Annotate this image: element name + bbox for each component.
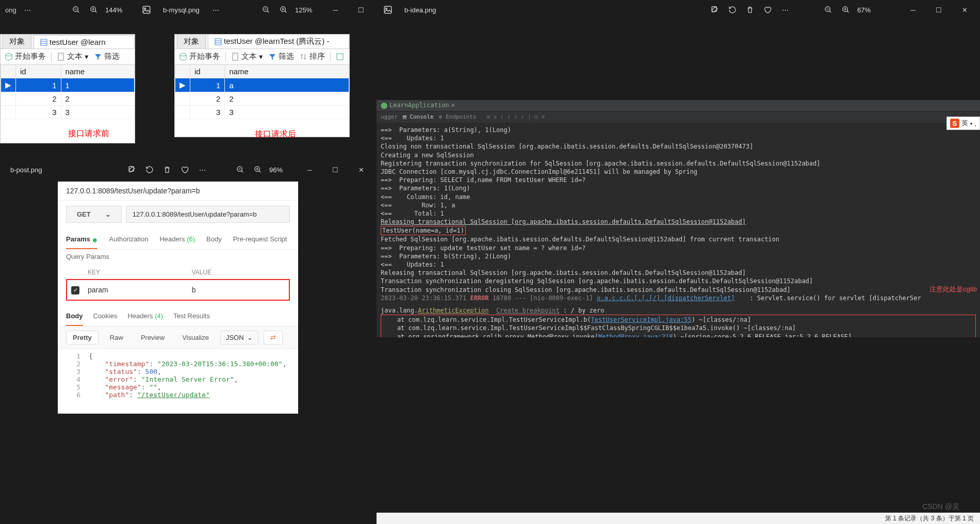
filter-button[interactable]: 筛选 bbox=[94, 52, 120, 61]
svg-point-8 bbox=[144, 8, 146, 9]
tab-headers[interactable]: Headers (6) bbox=[159, 232, 195, 249]
table-row[interactable]: 22 bbox=[175, 92, 349, 106]
data-grid[interactable]: idname ▶11 22 33 bbox=[1, 64, 135, 119]
more-icon[interactable]: ⋯ bbox=[210, 4, 222, 16]
tab-params[interactable]: Params ● bbox=[66, 232, 97, 249]
heart-icon[interactable] bbox=[761, 4, 774, 16]
tab-prerequest[interactable]: Pre-request Script bbox=[233, 232, 287, 249]
view-raw[interactable]: Raw bbox=[104, 331, 129, 344]
sort-button[interactable]: 排序 bbox=[299, 52, 325, 61]
resp-cookies-tab[interactable]: Cookies bbox=[93, 309, 118, 326]
resp-body-tab[interactable]: Body bbox=[66, 309, 83, 326]
zoom-out-icon[interactable] bbox=[70, 4, 83, 16]
zoom-out-icon[interactable] bbox=[822, 4, 835, 16]
resp-headers-tab[interactable]: Headers (4) bbox=[127, 309, 163, 326]
zoom-out-icon[interactable] bbox=[234, 163, 247, 176]
rotate-icon[interactable] bbox=[726, 4, 739, 16]
tab-body[interactable]: Body bbox=[206, 232, 222, 249]
format-selector[interactable]: JSON ⌄ bbox=[220, 331, 258, 345]
edit-icon[interactable] bbox=[709, 4, 721, 16]
maximize-button[interactable]: ☐ bbox=[351, 2, 371, 18]
tab-object[interactable]: 对象 bbox=[177, 34, 206, 48]
json-response[interactable]: 1{ 2 "timestamp": "2023-03-20T15:36:15.3… bbox=[58, 349, 298, 402]
run-config-tab[interactable]: ⬤ LearnApplication × bbox=[381, 101, 455, 109]
image-icon bbox=[140, 4, 153, 16]
method-selector[interactable]: GET⌄ bbox=[66, 206, 122, 223]
zoom-in-icon[interactable] bbox=[252, 163, 264, 176]
maximize-button[interactable]: ☐ bbox=[325, 162, 346, 177]
trash-icon[interactable] bbox=[161, 163, 173, 176]
text-button[interactable]: 文本 ▾ bbox=[231, 52, 263, 61]
param-key[interactable]: param bbox=[84, 280, 188, 300]
table-row[interactable]: ▶11 bbox=[1, 78, 135, 92]
svg-rect-16 bbox=[384, 6, 391, 13]
file-icon bbox=[231, 53, 239, 61]
svg-point-17 bbox=[386, 8, 387, 9]
table-row[interactable]: 33 bbox=[1, 106, 135, 119]
resp-tests-tab[interactable]: Test Results bbox=[173, 309, 210, 326]
filename: b-post.png bbox=[10, 166, 42, 174]
col-name[interactable]: name bbox=[61, 65, 134, 78]
close-button[interactable]: ✕ bbox=[954, 2, 975, 18]
zoom-value: 96% bbox=[269, 166, 294, 174]
zoom-in-icon[interactable] bbox=[277, 4, 290, 16]
record-status: 第 1 条记录（共 3 条）于第 1 页 bbox=[885, 514, 974, 523]
table-row[interactable]: 22 bbox=[1, 92, 135, 106]
image-icon bbox=[382, 4, 394, 16]
tab-table[interactable]: testUser @learnTest (腾讯云) - bbox=[208, 34, 349, 48]
zoom-value: 144% bbox=[105, 6, 130, 14]
checkbox-icon[interactable]: ✓ bbox=[71, 286, 79, 294]
heart-icon[interactable] bbox=[178, 163, 191, 176]
svg-line-10 bbox=[267, 11, 269, 12]
file-icon bbox=[57, 53, 65, 61]
more-icon[interactable]: ⋯ bbox=[196, 163, 208, 176]
import-button[interactable] bbox=[336, 53, 344, 61]
annotation-after: 接口请求后 bbox=[255, 129, 296, 140]
param-value[interactable]: b bbox=[188, 280, 289, 300]
console-output[interactable]: ==> Parameters: a(String), 1(Long)<== Up… bbox=[377, 123, 980, 337]
sogou-icon: S bbox=[950, 119, 959, 128]
edit-icon[interactable] bbox=[126, 163, 138, 176]
table-row[interactable]: ▶1a bbox=[175, 78, 349, 92]
tab-object[interactable]: 对象 bbox=[3, 34, 31, 48]
status-bar: 第 1 条记录（共 3 条）于第 1 页 bbox=[377, 513, 980, 524]
begin-transaction-button[interactable]: 开始事务 bbox=[5, 52, 46, 61]
tab-table[interactable]: testUser @learn bbox=[34, 35, 135, 48]
minimize-button[interactable]: ─ bbox=[325, 2, 346, 18]
view-visualize[interactable]: Visualize bbox=[176, 331, 215, 344]
close-button[interactable]: ✕ bbox=[351, 162, 371, 177]
maximize-button[interactable]: ☐ bbox=[928, 2, 949, 18]
data-grid[interactable]: idname ▶1a 22 33 bbox=[175, 64, 349, 119]
view-preview[interactable]: Preview bbox=[135, 331, 171, 344]
view-pretty[interactable]: Pretty bbox=[66, 331, 99, 345]
col-id[interactable]: id bbox=[16, 65, 61, 78]
navicat-before: 对象 testUser @learn 开始事务 文本 ▾ 筛选 idname ▶… bbox=[0, 34, 135, 143]
tab-authorization[interactable]: Authorization bbox=[109, 232, 148, 249]
request-tab[interactable]: 127.0.0.1:8089/testUser/update?param=b bbox=[58, 182, 298, 201]
text-button[interactable]: 文本 ▾ bbox=[57, 52, 89, 61]
col-name[interactable]: name bbox=[225, 65, 349, 78]
filename: b-mysql.png bbox=[163, 6, 200, 14]
svg-rect-31 bbox=[215, 39, 221, 45]
more-icon[interactable]: ⋯ bbox=[22, 4, 34, 16]
url-input[interactable]: 127.0.0.1:8089/testUser/update?param=b bbox=[126, 206, 290, 223]
col-id[interactable]: id bbox=[190, 65, 225, 78]
svg-point-34 bbox=[180, 53, 186, 56]
zoom-in-icon[interactable] bbox=[88, 4, 100, 16]
trash-icon[interactable] bbox=[744, 4, 756, 16]
console-tab[interactable]: ▤ Console bbox=[403, 113, 434, 121]
debugger-tab[interactable]: ugger bbox=[381, 113, 398, 121]
endpoints-tab[interactable]: ⊕ Endpoints bbox=[439, 113, 477, 121]
param-row[interactable]: ✓ param b bbox=[67, 280, 289, 300]
filter-button[interactable]: 筛选 bbox=[268, 52, 294, 61]
minimize-button[interactable]: ─ bbox=[299, 162, 320, 177]
ime-indicator[interactable]: S 英 ▪, bbox=[946, 117, 980, 130]
minimize-button[interactable]: ─ bbox=[903, 2, 923, 18]
wrap-button[interactable]: ⇄ bbox=[264, 331, 283, 345]
more-icon[interactable]: ⋯ bbox=[779, 4, 791, 16]
table-row[interactable]: 33 bbox=[175, 106, 349, 119]
begin-transaction-button[interactable]: 开始事务 bbox=[179, 52, 220, 61]
zoom-in-icon[interactable] bbox=[840, 4, 852, 16]
zoom-out-icon[interactable] bbox=[260, 4, 272, 16]
rotate-icon[interactable] bbox=[143, 163, 156, 176]
